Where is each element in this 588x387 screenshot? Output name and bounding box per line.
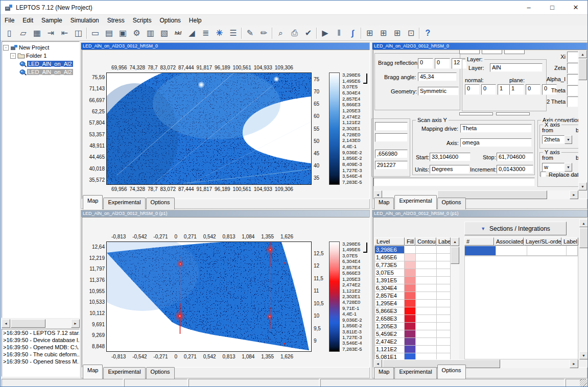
mapping-drive-field[interactable]: Theta: [460, 124, 532, 133]
label-cell[interactable]: [437, 315, 451, 323]
stress-tool-2-icon[interactable]: ✏: [257, 27, 271, 39]
close-button[interactable]: ✕: [564, 1, 587, 14]
resize-grip[interactable]: [580, 379, 587, 386]
reciprocal-space-map[interactable]: [106, 241, 312, 352]
level-column-header[interactable]: Level: [374, 237, 405, 246]
validate-options-icon[interactable]: ✔: [301, 27, 315, 39]
hkl-editor-icon[interactable]: hkl: [171, 27, 185, 39]
tree-item-map-2[interactable]: LED_AlN_on_Al2: [19, 68, 79, 76]
label-cell[interactable]: [437, 300, 451, 307]
layer-name-field[interactable]: AlN: [490, 63, 543, 72]
angle-value-field-cut[interactable]: [567, 74, 578, 85]
label-column-header[interactable]: Label: [561, 237, 578, 246]
window-tile-horizontal-icon[interactable]: ⊞: [377, 27, 390, 39]
pause-icon[interactable]: ‖: [332, 27, 346, 39]
tab-map[interactable]: Map: [374, 198, 394, 209]
tree-item-map-1[interactable]: LED_AlN_on_Al2: [19, 60, 79, 68]
level-table-row[interactable]: 5,459E2: [375, 330, 451, 338]
replace-data-checkbox[interactable]: [540, 172, 546, 177]
collapse-icon[interactable]: -: [3, 45, 9, 51]
scroll-down-icon[interactable]: ▼: [578, 182, 587, 190]
colorbar-gradient[interactable]: [329, 241, 340, 352]
level-value-cell[interactable]: 1,391E5: [375, 277, 405, 284]
collapse-icon[interactable]: -: [10, 53, 16, 59]
fill-color-cell[interactable]: [405, 269, 416, 277]
tab-options[interactable]: Options: [437, 365, 466, 379]
print-icon[interactable]: ⎙: [288, 27, 301, 39]
level-table-row[interactable]: 6,773E5: [375, 261, 451, 269]
tab-map[interactable]: Map: [83, 365, 103, 379]
bragg-angle-field[interactable]: 45,34: [418, 72, 457, 81]
simulation-star-icon[interactable]: ✳: [213, 27, 226, 39]
scroll-thumb[interactable]: [579, 228, 588, 248]
minimize-button[interactable]: –: [517, 1, 540, 14]
label-cell[interactable]: [437, 353, 451, 359]
label-cell[interactable]: [567, 246, 578, 256]
label-cell[interactable]: [437, 277, 451, 284]
x-axis-from-select[interactable]: 2theta: [542, 135, 565, 144]
menu-options[interactable]: Options: [155, 15, 184, 26]
window-tile-vertical-icon[interactable]: ⊞: [390, 27, 404, 39]
contour-cell[interactable]: [416, 300, 437, 307]
tab-options[interactable]: Options: [437, 198, 466, 209]
associated-column-header[interactable]: Associated: [494, 237, 524, 246]
layer-sl-order-cell[interactable]: [527, 246, 567, 256]
tab-experimental[interactable]: Experimental: [103, 367, 145, 379]
fill-color-cell[interactable]: [405, 353, 416, 359]
scroll-thumb[interactable]: [578, 59, 587, 80]
panel-caption[interactable]: LED_AlN_on_Al2O3_0012_hRSM_0: [81, 43, 369, 50]
menu-file[interactable]: File: [1, 15, 18, 26]
tree-item-project-root[interactable]: - New Project: [3, 43, 79, 52]
contour-cell[interactable]: [416, 330, 437, 338]
label-cell[interactable]: [437, 284, 451, 292]
sample-settings-icon[interactable]: ⚙: [130, 27, 144, 39]
contour-cell[interactable]: [416, 338, 437, 346]
import-file-icon[interactable]: ⇥: [44, 27, 58, 39]
label-cell[interactable]: [437, 323, 451, 330]
level-value-cell[interactable]: 2,658E3: [375, 315, 405, 323]
fill-color-cell[interactable]: [405, 246, 416, 254]
contour-cell[interactable]: [416, 315, 437, 323]
tab-options[interactable]: Options: [146, 367, 175, 379]
fill-color-cell[interactable]: [405, 338, 416, 346]
level-table-row[interactable]: 2,857E4: [375, 292, 451, 300]
label-cell[interactable]: [437, 330, 451, 338]
fill-color-cell[interactable]: [405, 330, 416, 338]
maximize-button[interactable]: □: [540, 1, 564, 14]
menu-help[interactable]: Help: [185, 15, 206, 26]
fill-color-cell[interactable]: [405, 277, 416, 284]
angle-value-field-cut[interactable]: [567, 85, 578, 96]
level-value-cell[interactable]: 2,857E4: [375, 292, 405, 300]
wide-empty-field[interactable]: [373, 178, 535, 186]
document-icon[interactable]: ▤: [102, 27, 116, 39]
reciprocal-space-map[interactable]: [106, 72, 312, 185]
start-field[interactable]: 33,104600: [430, 153, 471, 161]
label-cell[interactable]: [437, 346, 451, 353]
label-cell[interactable]: [437, 269, 451, 277]
plane-index-field[interactable]: 0: [526, 84, 540, 95]
geometry-field[interactable]: Symmetric: [418, 87, 459, 95]
level-value-cell[interactable]: 5,866E3: [375, 307, 405, 315]
contour-cell[interactable]: [416, 261, 437, 269]
open-project-icon[interactable]: ▱: [16, 27, 30, 39]
level-value-cell[interactable]: 1,121E2: [375, 346, 405, 353]
contour-cell[interactable]: [416, 307, 437, 315]
label-cell[interactable]: [437, 261, 451, 269]
fill-color-cell[interactable]: [405, 346, 416, 353]
label-cell[interactable]: [437, 338, 451, 346]
fill-color-cell[interactable]: [405, 300, 416, 307]
bragg-reflection-index-field[interactable]: 0: [418, 58, 433, 69]
tab-map[interactable]: Map: [83, 195, 103, 209]
sample-editor-icon[interactable]: ▥: [144, 27, 157, 39]
fill-color-cell[interactable]: [405, 261, 416, 269]
level-table-row[interactable]: 1,121E2: [375, 346, 451, 353]
cut-empty-field[interactable]: [375, 122, 408, 131]
angle-value-field-cut[interactable]: [567, 63, 578, 74]
level-table-row[interactable]: 1,295E4: [375, 300, 451, 307]
level-table-row[interactable]: 1,495E6: [375, 254, 451, 261]
label-cell[interactable]: [437, 307, 451, 315]
cut-value-field[interactable]: ,656980: [375, 150, 408, 158]
level-value-cell[interactable]: 3,07E5: [375, 269, 405, 277]
level-value-cell[interactable]: 6,773E5: [375, 261, 405, 269]
level-value-cell[interactable]: 5,081E1: [375, 353, 405, 359]
